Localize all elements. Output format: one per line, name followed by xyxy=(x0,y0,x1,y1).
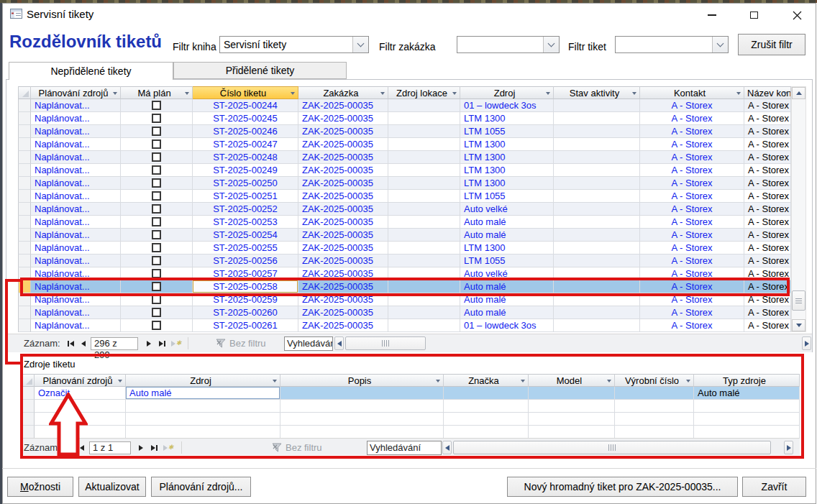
sort-filter-arrow-icon[interactable] xyxy=(113,92,117,95)
cell-zakazka[interactable]: ZAK-2025-00035 xyxy=(298,280,388,293)
close-button[interactable] xyxy=(786,6,808,24)
cell-nazev-kontaktu[interactable]: A - Storex xyxy=(744,164,791,177)
hscroll-left-button[interactable] xyxy=(334,336,344,350)
cell-cislo-tiketu[interactable]: ST-2025-00260 xyxy=(193,306,298,319)
cell-zakazka[interactable]: ZAK-2025-00035 xyxy=(298,319,388,332)
cell-stav-aktivity[interactable] xyxy=(554,151,640,164)
cell-stav-aktivity[interactable] xyxy=(554,242,640,255)
cell-nazev-kontaktu[interactable]: A - Storex xyxy=(744,138,791,151)
cell-zdroj-lokace[interactable] xyxy=(388,267,460,280)
cell-model[interactable] xyxy=(529,400,615,413)
new-record-button[interactable]: ✱ xyxy=(169,337,183,349)
cell-cislo-tiketu[interactable]: ST-2025-00256 xyxy=(193,255,298,267)
planovani-zdroju-button[interactable]: Plánování zdrojů... xyxy=(151,477,251,497)
record-count-box[interactable]: 296 z 299 xyxy=(91,337,138,350)
hscroll-thumb[interactable] xyxy=(453,441,771,454)
row-selector[interactable] xyxy=(22,400,35,413)
cell-zdroj[interactable] xyxy=(126,413,280,426)
tab-pridelene-tikety[interactable]: Přidělené tikety xyxy=(173,62,347,79)
cell-stav-aktivity[interactable] xyxy=(554,216,640,229)
cell-planovani-zdroju[interactable]: Naplánovat... xyxy=(31,267,121,280)
cell-stav-aktivity[interactable] xyxy=(554,293,640,306)
cell-zdroj-lokace[interactable] xyxy=(388,125,460,138)
search-input[interactable]: Vyhledávání xyxy=(367,441,442,455)
cell-ma-plan[interactable] xyxy=(121,138,193,151)
cell-ma-plan[interactable] xyxy=(121,177,193,190)
maximize-button[interactable] xyxy=(743,6,764,24)
row-selector[interactable] xyxy=(18,229,31,242)
column-header-vyrobni-cislo[interactable]: Výrobní číslo xyxy=(615,374,694,387)
row-selector[interactable] xyxy=(18,216,31,229)
cell-planovani-zdroju[interactable]: Naplánovat... xyxy=(31,280,121,293)
cell-zdroj-lokace[interactable] xyxy=(388,319,460,332)
cell-zdroj[interactable]: Auto malé xyxy=(460,216,554,229)
filter-zakazka-combobox[interactable] xyxy=(457,36,560,53)
table-row[interactable]: OznačitAuto maléAuto malé xyxy=(22,387,800,400)
table-row[interactable]: Naplánovat...ST-2025-00255ZAK-2025-00035… xyxy=(18,242,791,255)
cell-nazev-kontaktu[interactable]: A - Storex xyxy=(744,125,791,138)
cell-nazev-kontaktu[interactable]: A - Storex xyxy=(744,255,791,267)
ma-plan-checkbox[interactable] xyxy=(152,127,161,136)
cell-planovani-zdroju[interactable]: Naplánovat... xyxy=(31,190,121,203)
cell-zdroj[interactable]: Auto velké xyxy=(460,267,554,280)
sort-filter-arrow-icon[interactable] xyxy=(291,92,295,95)
sort-filter-arrow-icon[interactable] xyxy=(686,380,690,382)
filter-toggle-button[interactable]: Bez filtru xyxy=(216,336,266,350)
cell-cislo-tiketu[interactable]: ST-2025-00250 xyxy=(193,177,298,190)
cell-nazev-kontaktu[interactable]: A - Storex xyxy=(744,319,791,332)
ma-plan-checkbox[interactable] xyxy=(152,114,161,123)
sort-filter-arrow-icon[interactable] xyxy=(546,92,550,95)
cell-zakazka[interactable]: ZAK-2025-00035 xyxy=(298,216,388,229)
column-header-kontakt[interactable]: Kontakt xyxy=(640,86,744,99)
cell-ma-plan[interactable] xyxy=(121,125,193,138)
cell-typ-zdroje[interactable] xyxy=(694,413,800,426)
sort-filter-arrow-icon[interactable] xyxy=(783,92,788,95)
cell-planovani-zdroju[interactable]: Naplánovat... xyxy=(31,229,121,242)
ma-plan-checkbox[interactable] xyxy=(152,191,161,201)
cell-zakazka[interactable]: ZAK-2025-00035 xyxy=(298,229,388,242)
table-row[interactable]: Naplánovat...ST-2025-00257ZAK-2025-00035… xyxy=(18,267,791,280)
cell-zdroj-lokace[interactable] xyxy=(388,306,460,319)
cell-zakazka[interactable]: ZAK-2025-00035 xyxy=(298,306,388,319)
filter-toggle-button[interactable]: Bez filtru xyxy=(272,441,322,454)
cell-zakazka[interactable]: ZAK-2025-00035 xyxy=(298,125,388,138)
cell-popis[interactable] xyxy=(280,400,444,413)
sort-filter-arrow-icon[interactable] xyxy=(452,92,457,95)
sort-filter-arrow-icon[interactable] xyxy=(118,380,122,382)
cell-zakazka[interactable]: ZAK-2025-00035 xyxy=(298,242,388,255)
column-header-zdroj[interactable]: Zdroj xyxy=(460,86,554,99)
column-header-planovani-zdroju[interactable]: Plánování zdrojů xyxy=(31,86,121,99)
cell-zakazka[interactable]: ZAK-2025-00035 xyxy=(298,190,388,203)
cell-zakazka[interactable]: ZAK-2025-00035 xyxy=(298,255,388,267)
cell-zakazka[interactable]: ZAK-2025-00035 xyxy=(298,267,388,280)
cell-planovani-zdroju[interactable]: Naplánovat... xyxy=(31,151,121,164)
cell-zdroj[interactable]: 01 – lowdeck 3os xyxy=(460,99,554,112)
cell-kontakt[interactable]: A - Storex xyxy=(640,203,744,216)
cell-ma-plan[interactable] xyxy=(121,267,193,280)
minimize-button[interactable] xyxy=(701,6,723,24)
cell-zakazka[interactable]: ZAK-2025-00035 xyxy=(298,112,388,125)
cell-nazev-kontaktu[interactable]: A - Storex xyxy=(744,229,791,242)
cell-nazev-kontaktu[interactable]: A - Storex xyxy=(744,216,791,229)
cell-kontakt[interactable]: A - Storex xyxy=(640,177,744,190)
cell-zdroj[interactable] xyxy=(126,400,280,413)
table-row[interactable]: Naplánovat...ST-2025-00256ZAK-2025-00035… xyxy=(18,255,791,267)
cell-zdroj[interactable]: LTM 1300 xyxy=(460,164,554,177)
novy-hromadny-tiket-button[interactable]: Nový hromadný tiket pro ZAK-2025-00035..… xyxy=(507,477,738,497)
cell-planovani-zdroju[interactable]: Naplánovat... xyxy=(31,203,121,216)
cell-ma-plan[interactable] xyxy=(121,190,193,203)
ma-plan-checkbox[interactable] xyxy=(152,308,161,317)
cell-cislo-tiketu[interactable]: ST-2025-00254 xyxy=(193,229,298,242)
table-row[interactable]: Naplánovat...ST-2025-00260ZAK-2025-00035… xyxy=(18,306,791,319)
cell-nazev-kontaktu[interactable]: A - Storex xyxy=(744,177,791,190)
ma-plan-checkbox[interactable] xyxy=(152,230,161,239)
cell-nazev-kontaktu[interactable]: A - Storex xyxy=(744,190,791,203)
column-header-popis[interactable]: Popis xyxy=(280,374,444,387)
cell-kontakt[interactable]: A - Storex xyxy=(640,229,744,242)
cell-kontakt[interactable]: A - Storex xyxy=(640,138,744,151)
cell-cislo-tiketu[interactable]: ST-2025-00244 xyxy=(193,99,298,112)
cell-planovani-zdroju[interactable]: Označit xyxy=(35,387,126,400)
scroll-down-button[interactable] xyxy=(792,319,805,331)
column-header-planovani-zdroju[interactable]: Plánování zdrojů xyxy=(35,374,126,387)
cell-cislo-tiketu[interactable]: ST-2025-00255 xyxy=(193,242,298,255)
